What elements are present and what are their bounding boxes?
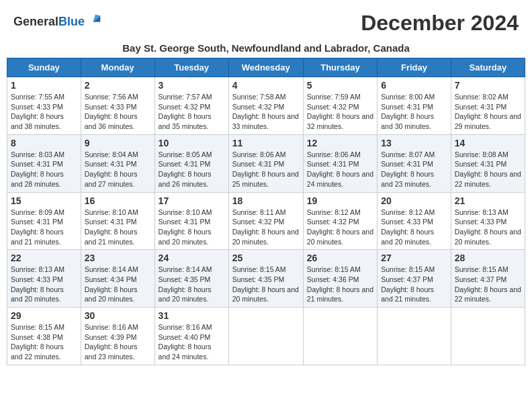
day-info: Sunrise: 7:58 AMSunset: 4:32 PMDaylight:… [232,92,300,132]
calendar-cell: 29Sunrise: 8:15 AMSunset: 4:38 PMDayligh… [7,308,81,365]
calendar-cell: 5Sunrise: 7:59 AMSunset: 4:32 PMDaylight… [303,77,377,135]
day-number: 9 [85,138,151,148]
calendar-body: 1Sunrise: 7:55 AMSunset: 4:33 PMDaylight… [7,77,525,365]
day-number: 20 [381,195,447,206]
day-info: Sunrise: 7:56 AMSunset: 4:33 PMDaylight:… [85,92,151,132]
day-info: Sunrise: 8:08 AMSunset: 4:31 PMDaylight:… [455,150,521,189]
day-info: Sunrise: 8:06 AMSunset: 4:31 PMDaylight:… [307,150,373,189]
day-number: 29 [11,310,77,321]
day-info: Sunrise: 8:11 AMSunset: 4:32 PMDaylight:… [232,208,300,247]
day-info: Sunrise: 8:15 AMSunset: 4:35 PMDaylight:… [232,265,300,304]
calendar-cell [378,308,451,365]
calendar-cell: 11Sunrise: 8:06 AMSunset: 4:31 PMDayligh… [228,134,303,192]
calendar-cell: 28Sunrise: 8:15 AMSunset: 4:37 PMDayligh… [451,250,525,308]
day-number: 4 [232,80,300,91]
calendar-cell: 18Sunrise: 8:11 AMSunset: 4:32 PMDayligh… [228,192,303,250]
calendar-cell: 26Sunrise: 8:15 AMSunset: 4:36 PMDayligh… [303,250,377,308]
calendar-cell: 14Sunrise: 8:08 AMSunset: 4:31 PMDayligh… [451,134,525,192]
day-number: 22 [11,253,77,263]
calendar-week-row: 1Sunrise: 7:55 AMSunset: 4:33 PMDaylight… [7,77,525,135]
calendar-cell: 10Sunrise: 8:05 AMSunset: 4:31 PMDayligh… [154,134,228,192]
day-info: Sunrise: 8:00 AMSunset: 4:31 PMDaylight:… [381,92,447,132]
day-info: Sunrise: 8:05 AMSunset: 4:31 PMDaylight:… [159,150,225,189]
calendar-cell: 21Sunrise: 8:13 AMSunset: 4:33 PMDayligh… [451,192,525,250]
day-number: 5 [307,80,373,91]
calendar-cell: 19Sunrise: 8:12 AMSunset: 4:32 PMDayligh… [303,192,377,250]
day-number: 13 [381,138,447,148]
day-number: 15 [11,195,77,206]
calendar-cell: 4Sunrise: 7:58 AMSunset: 4:32 PMDaylight… [228,77,303,135]
day-number: 1 [11,80,77,91]
calendar-cell: 16Sunrise: 8:10 AMSunset: 4:31 PMDayligh… [81,192,154,250]
weekday-header-cell: Tuesday [154,58,228,77]
day-number: 12 [307,138,373,148]
day-info: Sunrise: 8:07 AMSunset: 4:31 PMDaylight:… [381,150,447,189]
day-number: 11 [232,138,300,148]
calendar-cell: 24Sunrise: 8:14 AMSunset: 4:35 PMDayligh… [154,250,228,308]
header: GeneralBlue December 2024 [7,7,525,40]
calendar-cell: 2Sunrise: 7:56 AMSunset: 4:33 PMDaylight… [81,77,154,135]
weekday-header-cell: Sunday [7,58,81,77]
calendar-cell: 27Sunrise: 8:15 AMSunset: 4:37 PMDayligh… [378,250,451,308]
day-info: Sunrise: 8:04 AMSunset: 4:31 PMDaylight:… [85,150,151,189]
calendar-week-row: 8Sunrise: 8:03 AMSunset: 4:31 PMDaylight… [7,134,525,192]
day-info: Sunrise: 8:12 AMSunset: 4:32 PMDaylight:… [307,208,373,247]
day-info: Sunrise: 7:57 AMSunset: 4:32 PMDaylight:… [159,92,225,132]
calendar-cell: 1Sunrise: 7:55 AMSunset: 4:33 PMDaylight… [7,77,81,135]
day-number: 7 [455,80,521,91]
calendar-cell [451,308,525,365]
calendar-cell: 9Sunrise: 8:04 AMSunset: 4:31 PMDaylight… [81,134,154,192]
day-number: 19 [307,195,373,206]
day-number: 16 [85,195,151,206]
day-info: Sunrise: 8:13 AMSunset: 4:33 PMDaylight:… [11,265,77,304]
calendar-cell: 13Sunrise: 8:07 AMSunset: 4:31 PMDayligh… [378,134,451,192]
day-info: Sunrise: 8:06 AMSunset: 4:31 PMDaylight:… [232,150,300,189]
calendar-cell: 23Sunrise: 8:14 AMSunset: 4:34 PMDayligh… [81,250,154,308]
weekday-header-cell: Wednesday [228,58,303,77]
calendar-title: December 2024 [361,11,519,36]
weekday-header-cell: Saturday [451,58,525,77]
logo: GeneralBlue [13,11,103,29]
calendar-cell: 6Sunrise: 8:00 AMSunset: 4:31 PMDaylight… [378,77,451,135]
day-number: 30 [85,310,151,321]
logo-blue: Blue [58,15,85,28]
day-info: Sunrise: 8:13 AMSunset: 4:33 PMDaylight:… [455,208,521,247]
day-number: 24 [159,253,225,263]
calendar-cell: 8Sunrise: 8:03 AMSunset: 4:31 PMDaylight… [7,134,81,192]
day-number: 8 [11,138,77,148]
calendar-cell: 15Sunrise: 8:09 AMSunset: 4:31 PMDayligh… [7,192,81,250]
day-number: 2 [85,80,151,91]
day-info: Sunrise: 8:14 AMSunset: 4:35 PMDaylight:… [159,265,225,304]
calendar-cell: 12Sunrise: 8:06 AMSunset: 4:31 PMDayligh… [303,134,377,192]
calendar-cell: 31Sunrise: 8:16 AMSunset: 4:40 PMDayligh… [154,308,228,365]
day-number: 25 [232,253,300,263]
day-info: Sunrise: 8:10 AMSunset: 4:31 PMDaylight:… [159,208,225,247]
day-info: Sunrise: 8:10 AMSunset: 4:31 PMDaylight:… [85,208,151,247]
day-number: 3 [159,80,225,91]
weekday-header-cell: Friday [378,58,451,77]
calendar-cell: 7Sunrise: 8:02 AMSunset: 4:31 PMDaylight… [451,77,525,135]
day-number: 14 [455,138,521,148]
calendar-cell: 25Sunrise: 8:15 AMSunset: 4:35 PMDayligh… [228,250,303,308]
day-number: 6 [381,80,447,91]
day-number: 26 [307,253,373,263]
calendar-cell [303,308,377,365]
day-info: Sunrise: 8:15 AMSunset: 4:36 PMDaylight:… [307,265,373,304]
day-info: Sunrise: 8:15 AMSunset: 4:38 PMDaylight:… [11,322,77,362]
calendar-table: SundayMondayTuesdayWednesdayThursdayFrid… [7,58,525,365]
day-number: 31 [159,310,225,321]
day-info: Sunrise: 8:03 AMSunset: 4:31 PMDaylight:… [11,150,77,189]
day-number: 21 [455,195,521,206]
calendar-week-row: 15Sunrise: 8:09 AMSunset: 4:31 PMDayligh… [7,192,525,250]
calendar-cell: 22Sunrise: 8:13 AMSunset: 4:33 PMDayligh… [7,250,81,308]
day-info: Sunrise: 8:15 AMSunset: 4:37 PMDaylight:… [455,265,521,304]
day-info: Sunrise: 8:16 AMSunset: 4:39 PMDaylight:… [85,322,151,362]
day-info: Sunrise: 8:02 AMSunset: 4:31 PMDaylight:… [455,92,521,132]
day-info: Sunrise: 8:09 AMSunset: 4:31 PMDaylight:… [11,208,77,247]
day-info: Sunrise: 8:12 AMSunset: 4:33 PMDaylight:… [381,208,447,247]
calendar-week-row: 22Sunrise: 8:13 AMSunset: 4:33 PMDayligh… [7,250,525,308]
calendar-cell: 30Sunrise: 8:16 AMSunset: 4:39 PMDayligh… [81,308,154,365]
day-info: Sunrise: 8:16 AMSunset: 4:40 PMDaylight:… [159,322,225,362]
calendar-cell: 17Sunrise: 8:10 AMSunset: 4:31 PMDayligh… [154,192,228,250]
day-info: Sunrise: 8:15 AMSunset: 4:37 PMDaylight:… [381,265,447,304]
